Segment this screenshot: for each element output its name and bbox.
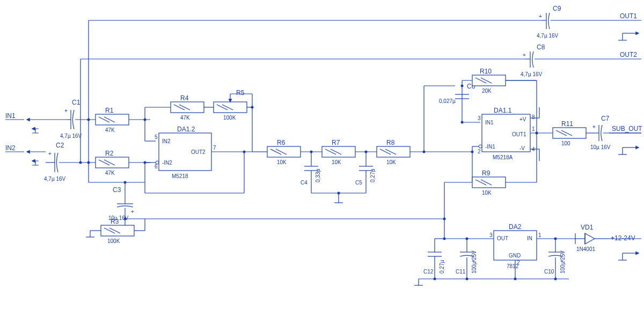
svg-text:R6: R6 — [277, 139, 286, 146]
svg-text:4,7µ 16V: 4,7µ 16V — [60, 133, 82, 139]
svg-text:1N4001: 1N4001 — [576, 246, 595, 252]
svg-text:IN: IN — [527, 235, 532, 241]
svg-text:2: 2 — [478, 149, 481, 154]
svg-rect-29 — [96, 157, 129, 168]
svg-text:IN1: IN1 — [485, 120, 494, 126]
subout-label: SUB_OUT — [612, 125, 642, 132]
R11: R11 100 — [553, 120, 586, 146]
R1: R1 47K — [96, 107, 129, 133]
svg-text:4,7µ 16V: 4,7µ 16V — [521, 71, 543, 77]
svg-point-167 — [479, 145, 482, 148]
svg-text:0,027µ: 0,027µ — [439, 98, 456, 104]
svg-text:R1: R1 — [105, 107, 114, 114]
svg-text:10K: 10K — [277, 159, 287, 165]
R5-pot: R5 100K — [214, 89, 252, 121]
svg-text:100K: 100K — [107, 238, 120, 244]
svg-text:R5: R5 — [236, 89, 245, 97]
svg-text:OUT2: OUT2 — [191, 149, 206, 155]
svg-text:DA2: DA2 — [509, 223, 522, 231]
svg-text:C1: C1 — [72, 99, 80, 106]
svg-text:OUT1: OUT1 — [512, 131, 526, 137]
in2-label: IN2 — [5, 144, 16, 152]
svg-text:R9: R9 — [482, 169, 491, 177]
svg-text:1: 1 — [532, 126, 535, 132]
svg-text:C11: C11 — [456, 269, 466, 275]
svg-text:4,7µ 16V: 4,7µ 16V — [537, 33, 559, 39]
svg-text:10K: 10K — [482, 190, 492, 196]
svg-text:0,27µ: 0,27µ — [370, 169, 376, 182]
svg-text:R11: R11 — [561, 120, 573, 128]
svg-text:-IN1: -IN1 — [485, 144, 495, 150]
C9: C9 + 4,7µ 16V — [537, 5, 561, 39]
svg-text:6: 6 — [155, 164, 158, 169]
C7: C7 + 10µ 16V — [590, 115, 611, 150]
R2: R2 47K — [96, 150, 129, 176]
R7: R7 10K — [322, 139, 355, 165]
svg-text:-V: -V — [519, 145, 525, 151]
svg-text:10K: 10K — [332, 159, 341, 165]
svg-text:20K: 20K — [482, 88, 492, 94]
svg-text:47K: 47K — [105, 127, 115, 133]
svg-text:C12: C12 — [423, 269, 434, 275]
svg-text:100µ 25V: 100µ 25V — [471, 250, 477, 274]
out1-label: OUT1 — [620, 12, 637, 20]
R6: R6 10K — [267, 139, 301, 165]
svg-text:-IN2: -IN2 — [162, 160, 172, 166]
svg-text:4,7µ 16V: 4,7µ 16V — [44, 176, 66, 182]
svg-text:C3: C3 — [113, 186, 121, 194]
C10: + C10 100µ 25V — [544, 239, 566, 279]
in1-label: IN1 — [5, 112, 16, 120]
svg-text:7: 7 — [213, 145, 216, 151]
svg-text:R3: R3 — [111, 218, 119, 225]
svg-point-263 — [514, 278, 517, 281]
svg-text:R4: R4 — [180, 94, 189, 102]
svg-text:C2: C2 — [56, 142, 64, 149]
svg-text:R8: R8 — [386, 139, 395, 146]
svg-text:+: + — [131, 209, 134, 215]
svg-text:VD1: VD1 — [581, 224, 594, 231]
C8: C8 + 4,7µ 16V — [521, 43, 545, 77]
VD1: VD1 1N4001 — [574, 224, 609, 252]
svg-point-265 — [434, 278, 436, 281]
svg-text:1: 1 — [538, 232, 541, 238]
R10: R10 20K — [472, 68, 506, 94]
svg-point-264 — [554, 278, 557, 281]
svg-text:7812: 7812 — [507, 263, 519, 269]
R4: R4 47K — [171, 94, 204, 121]
svg-text:C10: C10 — [544, 269, 554, 275]
svg-text:8: 8 — [532, 114, 535, 120]
svg-text:+V: +V — [519, 116, 526, 122]
power-label: +12-24V — [611, 234, 635, 242]
svg-text:+: + — [539, 13, 542, 19]
svg-text:100K: 100K — [223, 115, 236, 121]
svg-point-171 — [471, 151, 474, 153]
svg-text:0,27µ: 0,27µ — [439, 260, 445, 274]
svg-text:C9: C9 — [553, 5, 561, 12]
C1: C1 + 4,7µ 16V — [60, 99, 82, 139]
C2: C2 + 4,7µ 16V — [44, 142, 66, 182]
DA1.2: DA1.2 IN2 -IN2 OUT2 5 6 7 M5218 — [155, 126, 216, 179]
C6: C6 0,027µ — [439, 83, 475, 110]
svg-rect-187 — [553, 128, 586, 138]
svg-text:+: + — [523, 52, 526, 58]
svg-text:47K: 47K — [180, 115, 190, 121]
svg-text:0,33µ: 0,33µ — [315, 169, 321, 182]
svg-point-142 — [461, 121, 464, 124]
svg-text:10µ 16V: 10µ 16V — [590, 144, 611, 150]
svg-text:OUT: OUT — [497, 235, 508, 241]
svg-rect-59 — [214, 102, 247, 113]
svg-text:100: 100 — [561, 141, 570, 146]
svg-text:10K: 10K — [386, 159, 396, 165]
svg-rect-146 — [472, 75, 506, 86]
schematic: IN1 IN2 C1 + 4,7µ 16V C2 + 4,7µ 16V R1 4… — [0, 0, 644, 310]
svg-text:3: 3 — [478, 115, 481, 121]
svg-point-145 — [461, 85, 464, 87]
R8: R8 10K — [377, 139, 410, 165]
svg-text:IN2: IN2 — [162, 138, 171, 144]
svg-point-262 — [466, 278, 469, 281]
svg-text:47K: 47K — [105, 170, 115, 176]
svg-text:+: + — [48, 151, 52, 157]
svg-rect-22 — [96, 114, 129, 125]
svg-text:C5: C5 — [355, 180, 362, 186]
svg-text:R7: R7 — [332, 139, 340, 146]
